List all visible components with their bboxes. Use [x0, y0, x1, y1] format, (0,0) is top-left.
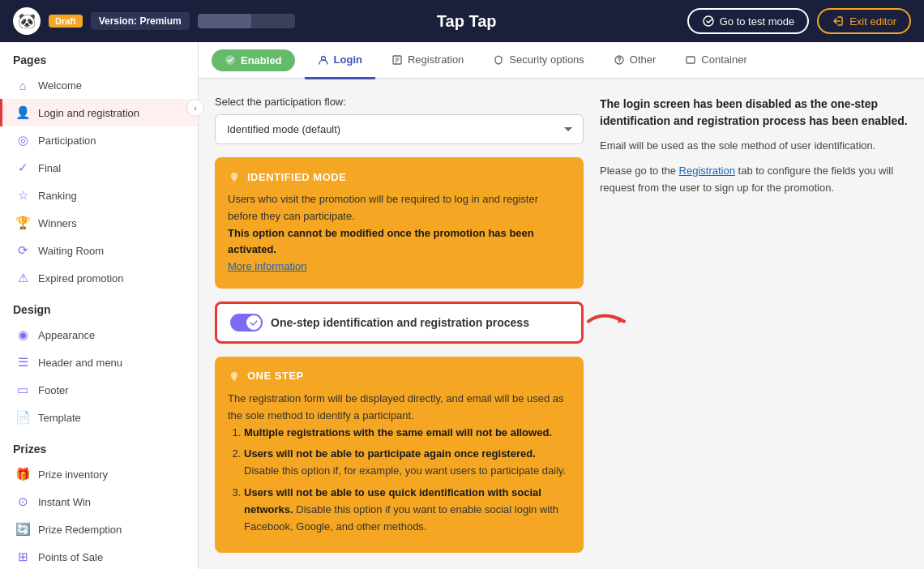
sidebar-item-label: Appearance	[38, 329, 95, 341]
prize-redemption-icon: 🔄	[15, 522, 30, 537]
right-panel-title: The login screen has been disabled as th…	[600, 96, 908, 130]
sidebar-item-header-menu[interactable]: ☰ Header and menu	[0, 349, 198, 376]
sidebar-item-instant-win[interactable]: ⊙ Instant Win	[0, 488, 198, 516]
svg-point-7	[231, 173, 237, 179]
sidebar-item-template[interactable]: 📄 Template	[0, 404, 198, 431]
tab-other[interactable]: Other	[601, 42, 669, 79]
sidebar-item-label: Final	[38, 162, 61, 174]
sidebar-item-label: Prize inventory	[38, 468, 108, 481]
page-content: Select the participation flow: Identifie…	[199, 79, 924, 569]
ranking-icon: ☆	[15, 188, 30, 203]
sidebar-item-label: Expired promotion	[38, 272, 124, 284]
sidebar-item-final[interactable]: ✓ Final	[0, 154, 198, 182]
sidebar-item-label: Instant Win	[38, 496, 91, 508]
sidebar-item-prize-inventory[interactable]: 🎁 Prize inventory	[0, 460, 198, 488]
registration-tab-icon	[391, 54, 403, 66]
sidebar-item-label: Welcome	[38, 79, 82, 92]
sidebar-item-label: Ranking	[38, 190, 77, 202]
content-area: Enabled Login Registration Security opti…	[199, 42, 924, 569]
exit-editor-button[interactable]: Exit editor	[817, 8, 911, 34]
red-arrow	[587, 308, 626, 336]
sidebar-item-label: Points of Sale	[38, 551, 103, 563]
one-step-body: The registration form will be displayed …	[228, 391, 571, 535]
sidebar-item-label: Template	[38, 412, 81, 424]
identified-mode-body: Users who visit the promotion will be re…	[228, 191, 571, 276]
draft-badge: Draft	[49, 15, 83, 28]
main-layout: Pages ⌂ Welcome 👤 Login and registration…	[0, 42, 924, 569]
svg-point-5	[618, 62, 619, 62]
right-column: The login screen has been disabled as th…	[600, 96, 908, 566]
right-panel-body2: Please go to the Registration tab to con…	[600, 163, 908, 197]
enabled-check-icon	[225, 54, 236, 66]
sidebar-item-points-of-sale[interactable]: ⊞ Points of Sale	[0, 543, 198, 569]
logo: 🐼	[13, 7, 41, 35]
sidebar-item-footer[interactable]: ▭ Footer	[0, 376, 198, 404]
sidebar-wrapper: Pages ⌂ Welcome 👤 Login and registration…	[0, 42, 199, 569]
login-icon: 👤	[15, 105, 30, 120]
container-tab-icon	[685, 54, 696, 66]
welcome-icon: ⌂	[15, 78, 30, 92]
exit-editor-icon	[832, 15, 845, 28]
tab-security[interactable]: Security options	[480, 42, 597, 79]
tab-login[interactable]: Login	[305, 42, 375, 79]
sidebar-item-login-registration[interactable]: 👤 Login and registration	[0, 99, 198, 126]
check-icon	[249, 318, 259, 327]
one-step-bulb-icon	[228, 370, 241, 383]
right-panel-body1: Email will be used as the sole method of…	[600, 138, 908, 155]
sidebar-item-ranking[interactable]: ☆ Ranking	[0, 182, 198, 209]
svg-rect-6	[687, 57, 695, 63]
footer-icon: ▭	[15, 383, 30, 397]
identified-mode-header: IDENTIFIED MODE	[228, 170, 571, 183]
sidebar-item-waiting-room[interactable]: ⟳ Waiting Room	[0, 237, 198, 264]
enabled-tab-button[interactable]: Enabled	[212, 49, 295, 71]
one-step-header: ONE STEP	[228, 370, 571, 383]
svg-point-9	[231, 372, 237, 379]
sidebar-item-winners[interactable]: 🏆 Winners	[0, 209, 198, 237]
svg-point-0	[704, 16, 713, 26]
sidebar-item-appearance[interactable]: ◉ Appearance	[0, 321, 198, 349]
final-icon: ✓	[15, 160, 30, 175]
identified-mode-card: IDENTIFIED MODE Users who visit the prom…	[215, 157, 584, 289]
sidebar: Pages ⌂ Welcome 👤 Login and registration…	[0, 42, 199, 569]
sidebar-item-expired[interactable]: ⚠ Expired promotion	[0, 264, 198, 292]
tab-registration[interactable]: Registration	[379, 42, 477, 79]
app-title: Tap Tap	[255, 12, 679, 31]
prize-inventory-icon: 🎁	[15, 467, 30, 481]
points-of-sale-icon: ⊞	[15, 550, 30, 564]
top-header: 🐼 Draft Version: Premium Tap Tap Go to t…	[0, 0, 924, 42]
sidebar-item-welcome[interactable]: ⌂ Welcome	[0, 71, 198, 99]
tabs-bar: Enabled Login Registration Security opti…	[199, 42, 924, 79]
security-tab-icon	[493, 54, 504, 66]
participation-flow-select[interactable]: Identified mode (default)	[215, 114, 584, 144]
registration-link[interactable]: Registration	[679, 165, 735, 177]
prizes-section-header: Prizes	[0, 431, 198, 460]
toggle-row: One-step identification and registration…	[215, 302, 584, 344]
bulb-icon	[228, 170, 241, 183]
winners-icon: 🏆	[15, 216, 30, 230]
sidebar-item-participation[interactable]: ◎ Participation	[0, 126, 198, 154]
left-column: Select the participation flow: Identifie…	[215, 96, 584, 566]
sidebar-item-label: Header and menu	[38, 357, 122, 369]
sidebar-item-label: Waiting Room	[38, 245, 104, 257]
expired-icon: ⚠	[15, 271, 30, 285]
more-info-link[interactable]: More information	[228, 260, 307, 272]
login-tab-icon	[318, 54, 329, 66]
one-step-toggle[interactable]	[230, 314, 263, 332]
sidebar-item-label: Winners	[38, 217, 77, 229]
waiting-room-icon: ⟳	[15, 243, 30, 258]
toggle-knob	[246, 315, 261, 330]
sidebar-item-label: Login and registration	[38, 107, 139, 119]
test-mode-button[interactable]: Go to test mode	[687, 8, 810, 34]
template-icon: 📄	[15, 410, 30, 425]
sidebar-item-label: Footer	[38, 384, 69, 396]
sidebar-collapse-button[interactable]: ‹	[186, 99, 204, 117]
test-mode-icon	[702, 15, 715, 28]
toggle-label: One-step identification and registration…	[271, 316, 529, 329]
design-section-header: Design	[0, 292, 198, 321]
one-step-card: ONE STEP The registration form will be d…	[215, 357, 584, 553]
sidebar-item-prize-redemption[interactable]: 🔄 Prize Redemption	[0, 516, 198, 543]
select-label: Select the participation flow:	[215, 96, 584, 108]
pages-section-header: Pages	[0, 42, 198, 71]
tab-container[interactable]: Container	[672, 42, 759, 79]
version-badge: Version: Premium	[91, 12, 190, 30]
